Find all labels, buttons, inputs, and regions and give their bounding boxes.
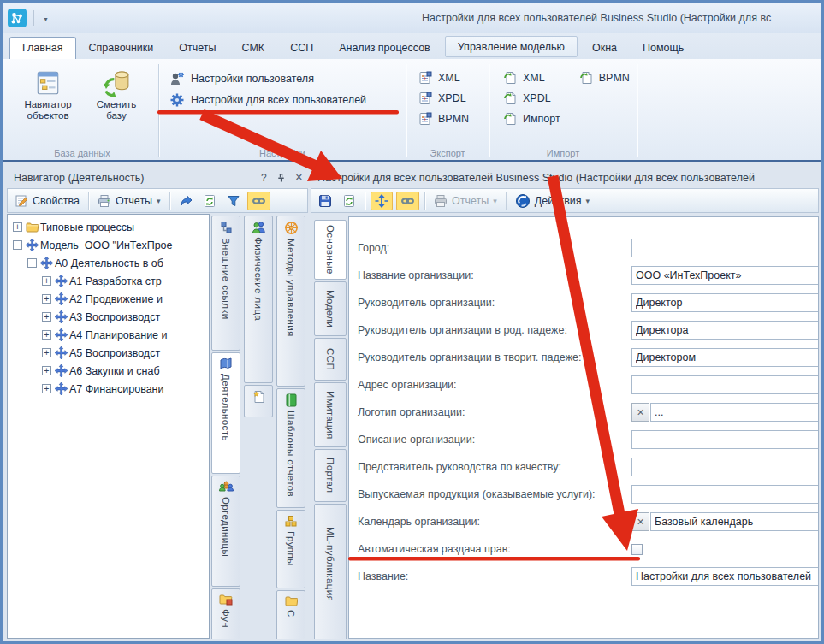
org-description-field[interactable] (631, 430, 819, 449)
close-icon[interactable]: ✕ (295, 172, 303, 183)
tree-expander[interactable]: + (42, 312, 51, 322)
tab-models[interactable]: Модели (314, 281, 347, 336)
form-row-org-calendar: Календарь организации: ✕ (349, 508, 818, 535)
ribbon-tab-ssp[interactable]: ССП (277, 37, 326, 59)
tree-expander[interactable]: + (42, 330, 51, 340)
all-users-settings-label: Настройки для всех пользователей (191, 94, 366, 106)
export-bpmn-label: BPMN (438, 113, 469, 125)
reports-button-disabled[interactable]: Отчеты ▾ (430, 192, 501, 210)
app-window: { "window": { "title": "Настройки для вс… (0, 0, 824, 644)
settings-form: Город: Название организации: Руководител… (348, 216, 819, 639)
category-tab-persons[interactable]: Физические лица (244, 216, 273, 383)
import-button[interactable]: Импорт (503, 112, 560, 126)
auto-rights-checkbox[interactable] (631, 544, 643, 555)
ribbon-tab-smk[interactable]: СМК (229, 37, 278, 59)
export-xml-button[interactable]: XML (418, 71, 478, 85)
ribbon-tab-main[interactable]: Главная (9, 37, 76, 59)
import-xml-button[interactable]: XML (503, 71, 560, 85)
toolbar-separator (506, 192, 507, 210)
org-name-field[interactable] (631, 266, 819, 285)
ribbon-tab-windows[interactable]: Окна (579, 37, 630, 59)
object-navigator-button[interactable]: Навигатор объектов (18, 66, 78, 121)
products-field[interactable] (631, 485, 819, 504)
name-field[interactable] (631, 567, 819, 586)
import-xpdl-button[interactable]: XPDL (503, 92, 560, 105)
category-tab-paper[interactable] (244, 385, 273, 417)
tree-expander[interactable]: + (42, 366, 51, 375)
tab-general[interactable]: Основные (314, 220, 347, 280)
go-forward-button[interactable] (175, 192, 196, 210)
tree-expander[interactable]: + (42, 294, 51, 304)
tree-item[interactable]: + А7 Финансировани (8, 380, 209, 398)
tree-item[interactable]: + А4 Планирование и (8, 326, 209, 344)
tree-expander[interactable]: + (42, 384, 51, 393)
user-settings-button[interactable]: Настройки пользователя (169, 71, 397, 86)
category-tab-activity[interactable]: Деятельность (211, 352, 240, 474)
quality-representative-field[interactable] (631, 458, 819, 476)
category-tab-external-links[interactable]: Внешние ссылки (211, 216, 240, 351)
workspace: Навигатор (Деятельность) ? ✕ С (5, 162, 819, 639)
city-field[interactable] (631, 239, 819, 257)
import-bpmn-button[interactable]: BPMN (579, 71, 630, 85)
ribbon-tab-reports[interactable]: Отчеты (166, 37, 228, 59)
clear-calendar-button[interactable]: ✕ (631, 512, 649, 531)
ribbon-tab-process-analysis[interactable]: Анализ процессов (326, 37, 443, 59)
org-units-icon (219, 481, 234, 493)
tree-item-label: А4 Планирование и (69, 329, 168, 341)
org-calendar-field[interactable] (650, 512, 819, 531)
tab-portal[interactable]: Портал (314, 449, 347, 502)
quick-access-dropdown-icon[interactable]: ▾ (43, 15, 49, 21)
tree-item[interactable]: − А0 Деятельность в об (8, 254, 209, 272)
tree-item[interactable]: + А3 Воспроизводст (8, 308, 209, 326)
printer-icon (98, 194, 111, 208)
tree-item[interactable]: + А2 Продвижение и (8, 290, 209, 308)
tab-ssp[interactable]: ССП (314, 338, 347, 381)
pin-icon[interactable] (276, 173, 286, 183)
all-users-settings-button[interactable]: Настройки для всех пользователей (169, 92, 397, 108)
refresh-button[interactable] (339, 192, 359, 210)
category-tab-functions[interactable]: Фун (211, 588, 240, 639)
org-head-field[interactable] (631, 293, 819, 312)
change-database-button[interactable]: Сменить базу (86, 66, 146, 121)
tree-expander[interactable]: + (42, 276, 51, 286)
link-mode-button[interactable] (396, 192, 419, 210)
help-button[interactable]: ? (261, 172, 267, 184)
tree-item[interactable]: + А5 Воспроизводст (8, 344, 209, 362)
category-tab-references-folder[interactable]: С (276, 590, 305, 639)
export-bpmn-button[interactable]: BPMN (418, 112, 478, 126)
tree-expander[interactable]: + (42, 348, 51, 357)
tab-publication[interactable]: ML-публикация (314, 504, 347, 639)
fit-height-button[interactable] (371, 192, 393, 210)
editor-caption: Настройки для всех пользователей Busines… (311, 167, 819, 188)
tree-item[interactable]: + А6 Закупки и снаб (8, 362, 209, 380)
org-head-instrumental-field[interactable] (631, 348, 819, 367)
category-tab-groups[interactable]: Группы (276, 510, 305, 588)
org-address-field[interactable] (631, 375, 819, 394)
properties-button[interactable]: Свойства (11, 192, 83, 210)
org-head-genitive-field[interactable] (631, 321, 819, 340)
category-tab-org-units[interactable]: Оргединицы (211, 476, 240, 587)
category-tab-report-templates[interactable]: Шаблоны отчетов (276, 388, 305, 508)
link-mode-button[interactable] (247, 192, 270, 210)
tree-expander[interactable]: − (13, 240, 22, 250)
category-tab-management-methods[interactable]: Методы управления (276, 216, 305, 387)
tree-item[interactable]: + Типовые процессы (8, 218, 209, 236)
clear-logo-button[interactable]: ✕ (631, 403, 649, 422)
tree-item[interactable]: − Модель_ООО "ИнТехПрое (8, 236, 209, 254)
actions-button[interactable]: Действия ▾ (512, 192, 593, 210)
filter-button[interactable] (223, 192, 244, 210)
ribbon-tab-model-management[interactable]: Управление моделью (445, 36, 578, 57)
tree-expander[interactable]: − (27, 258, 37, 268)
ribbon-tab-help[interactable]: Помощь (630, 37, 697, 59)
tree-expander[interactable]: + (13, 222, 22, 232)
ribbon-tab-references[interactable]: Справочники (76, 37, 167, 59)
tab-imitation[interactable]: Имитация (314, 382, 347, 447)
form-row-org-name: Название организации: (349, 262, 818, 289)
save-button[interactable] (315, 192, 335, 210)
refresh-button[interactable] (199, 192, 220, 210)
reports-button[interactable]: Отчеты ▾ (94, 192, 164, 210)
org-logo-field[interactable] (650, 403, 819, 422)
export-xpdl-button[interactable]: XPDL (418, 92, 478, 105)
toolbar-separator (424, 192, 425, 210)
tree-item[interactable]: + А1 Разработка стр (8, 272, 209, 290)
